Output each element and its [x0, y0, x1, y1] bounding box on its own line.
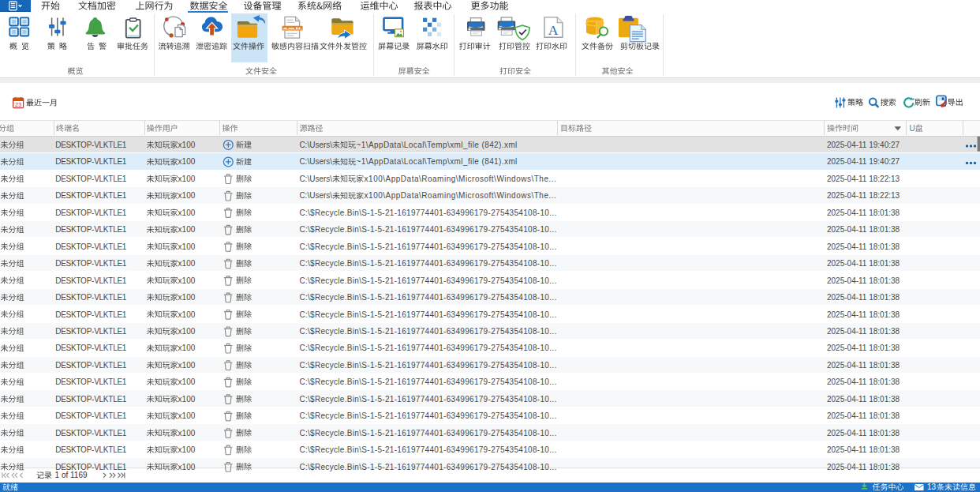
svg-text:C:\Users\: C:\Users\ [299, 141, 332, 149]
svg-text:x100: x100 [178, 242, 196, 251]
svg-text:DESKTOP-VLKTLE1: DESKTOP-VLKTLE1 [55, 429, 127, 438]
svg-text:x100: x100 [178, 344, 196, 352]
svg-text:DESKTOP-VLKTLE1: DESKTOP-VLKTLE1 [55, 327, 127, 336]
svg-text:DESKTOP-VLKTLE1: DESKTOP-VLKTLE1 [55, 259, 127, 268]
svg-text:DESKTOP-VLKTLE1: DESKTOP-VLKTLE1 [55, 225, 127, 234]
svg-text:2025-04-11 18:01:38: 2025-04-11 18:01:38 [827, 293, 900, 302]
svg-text:x100: x100 [178, 141, 196, 149]
svg-text:2025-04-11 18:01:38: 2025-04-11 18:01:38 [827, 276, 900, 285]
svg-text:x100: x100 [178, 259, 196, 268]
svg-text:U: U [910, 124, 915, 133]
svg-text:2025-04-11 19:40:27: 2025-04-11 19:40:27 [827, 141, 900, 149]
svg-text:~1\AppData\Local\Temp\xml_file: ~1\AppData\Local\Temp\xml_file (841).xml [357, 157, 518, 166]
svg-text:2025-04-11 19:40:27: 2025-04-11 19:40:27 [827, 157, 900, 166]
svg-text:DESKTOP-VLKTLE1: DESKTOP-VLKTLE1 [55, 242, 127, 251]
svg-text:C:\$Recycle.Bin\S-1-5-21-16197: C:\$Recycle.Bin\S-1-5-21-1619774401-6349… [299, 276, 556, 285]
svg-text:x100: x100 [178, 310, 196, 319]
svg-text:2025-04-11 18:01:38: 2025-04-11 18:01:38 [827, 225, 900, 234]
svg-text:x100: x100 [178, 157, 196, 166]
svg-text:2025-04-11 18:01:38: 2025-04-11 18:01:38 [827, 327, 900, 336]
svg-text:2025-04-11 18:01:38: 2025-04-11 18:01:38 [827, 344, 900, 352]
svg-text:C:\$Recycle.Bin\S-1-5-21-16197: C:\$Recycle.Bin\S-1-5-21-1619774401-6349… [299, 361, 556, 370]
svg-text:C:\$Recycle.Bin\S-1-5-21-16197: C:\$Recycle.Bin\S-1-5-21-1619774401-6349… [299, 429, 556, 438]
svg-text:DESKTOP-VLKTLE1: DESKTOP-VLKTLE1 [55, 276, 127, 285]
svg-text:x100: x100 [178, 377, 196, 386]
svg-text:C:\$Recycle.Bin\S-1-5-21-16197: C:\$Recycle.Bin\S-1-5-21-1619774401-6349… [299, 327, 556, 336]
svg-text:2025-04-11 18:01:38: 2025-04-11 18:01:38 [827, 310, 900, 319]
svg-text:C:\Users\: C:\Users\ [299, 175, 332, 183]
svg-text:DESKTOP-VLKTLE1: DESKTOP-VLKTLE1 [55, 395, 127, 404]
svg-text:x100: x100 [178, 175, 196, 183]
svg-text:2025-04-11 18:01:38: 2025-04-11 18:01:38 [827, 259, 900, 268]
svg-text:2025-04-11 18:01:38: 2025-04-11 18:01:38 [827, 377, 900, 386]
svg-text:C:\$Recycle.Bin\S-1-5-21-16197: C:\$Recycle.Bin\S-1-5-21-1619774401-6349… [299, 242, 556, 251]
svg-text:x100: x100 [178, 208, 196, 217]
svg-text:C:\$Recycle.Bin\S-1-5-21-16197: C:\$Recycle.Bin\S-1-5-21-1619774401-6349… [299, 344, 556, 352]
svg-text:DESKTOP-VLKTLE1: DESKTOP-VLKTLE1 [55, 141, 127, 149]
svg-text:C:\$Recycle.Bin\S-1-5-21-16197: C:\$Recycle.Bin\S-1-5-21-1619774401-6349… [299, 445, 556, 454]
svg-text:2025-04-11 18:01:38: 2025-04-11 18:01:38 [827, 445, 900, 454]
svg-text:C:\$Recycle.Bin\S-1-5-21-16197: C:\$Recycle.Bin\S-1-5-21-1619774401-6349… [299, 293, 556, 302]
svg-text:2025-04-11 18:22:13: 2025-04-11 18:22:13 [827, 191, 900, 200]
svg-text:1 of 1169: 1 of 1169 [55, 471, 88, 479]
svg-text:DESKTOP-VLKTLE1: DESKTOP-VLKTLE1 [55, 310, 127, 319]
svg-text:C:\$Recycle.Bin\S-1-5-21-16197: C:\$Recycle.Bin\S-1-5-21-1619774401-6349… [299, 463, 556, 471]
svg-text:x100: x100 [178, 225, 196, 234]
svg-text:x100\AppData\Roaming\Microsoft: x100\AppData\Roaming\Microsoft\Windows\T… [365, 175, 557, 183]
svg-text:DESKTOP-VLKTLE1: DESKTOP-VLKTLE1 [55, 175, 127, 183]
svg-text:x100: x100 [178, 395, 196, 404]
svg-text:C:\$Recycle.Bin\S-1-5-21-16197: C:\$Recycle.Bin\S-1-5-21-1619774401-6349… [299, 225, 556, 234]
svg-text:2025-04-11 18:01:38: 2025-04-11 18:01:38 [827, 208, 900, 217]
svg-text:DESKTOP-VLKTLE1: DESKTOP-VLKTLE1 [55, 463, 127, 471]
svg-text:C:\$Recycle.Bin\S-1-5-21-16197: C:\$Recycle.Bin\S-1-5-21-1619774401-6349… [299, 310, 556, 319]
svg-text:C:\Users\: C:\Users\ [299, 157, 332, 166]
svg-text:DESKTOP-VLKTLE1: DESKTOP-VLKTLE1 [55, 411, 127, 420]
svg-text:C:\$Recycle.Bin\S-1-5-21-16197: C:\$Recycle.Bin\S-1-5-21-1619774401-6349… [299, 395, 556, 404]
svg-text:DESKTOP-VLKTLE1: DESKTOP-VLKTLE1 [55, 344, 127, 352]
svg-text:23: 23 [15, 101, 21, 108]
svg-text:A: A [548, 22, 559, 38]
svg-text:2025-04-11 18:01:38: 2025-04-11 18:01:38 [827, 361, 900, 370]
svg-text:x100: x100 [178, 191, 196, 200]
svg-text:x100: x100 [178, 276, 196, 285]
svg-text:x100\AppData\Roaming\Microsoft: x100\AppData\Roaming\Microsoft\Windows\T… [365, 191, 557, 200]
svg-text:DESKTOP-VLKTLE1: DESKTOP-VLKTLE1 [55, 361, 127, 370]
svg-text:x100: x100 [178, 327, 196, 336]
svg-text:2025-04-11 18:01:38: 2025-04-11 18:01:38 [827, 463, 900, 471]
svg-text:x100: x100 [178, 429, 196, 438]
svg-text:C:\Users\: C:\Users\ [299, 191, 332, 200]
svg-text:x100: x100 [178, 411, 196, 420]
svg-text:DESKTOP-VLKTLE1: DESKTOP-VLKTLE1 [55, 157, 127, 166]
svg-text:DESKTOP-VLKTLE1: DESKTOP-VLKTLE1 [55, 293, 127, 302]
svg-text:x100: x100 [178, 293, 196, 302]
svg-text:x100: x100 [178, 361, 196, 370]
svg-text:2025-04-11 18:22:13: 2025-04-11 18:22:13 [827, 175, 900, 183]
svg-text:13: 13 [927, 483, 937, 491]
svg-text:x100: x100 [178, 463, 196, 471]
svg-text:~1\AppData\Local\Temp\xml_file: ~1\AppData\Local\Temp\xml_file (842).xml [357, 141, 518, 149]
svg-text:DESKTOP-VLKTLE1: DESKTOP-VLKTLE1 [55, 377, 127, 386]
svg-text:2025-04-11 18:01:38: 2025-04-11 18:01:38 [827, 411, 900, 420]
svg-text:DESKTOP-VLKTLE1: DESKTOP-VLKTLE1 [55, 191, 127, 200]
svg-text:DESKTOP-VLKTLE1: DESKTOP-VLKTLE1 [55, 445, 127, 454]
svg-text:C:\$Recycle.Bin\S-1-5-21-16197: C:\$Recycle.Bin\S-1-5-21-1619774401-6349… [299, 259, 556, 268]
svg-text:C:\$Recycle.Bin\S-1-5-21-16197: C:\$Recycle.Bin\S-1-5-21-1619774401-6349… [299, 208, 556, 217]
svg-text:DESKTOP-VLKTLE1: DESKTOP-VLKTLE1 [55, 208, 127, 217]
svg-text:x100: x100 [178, 445, 196, 454]
svg-text:C:\$Recycle.Bin\S-1-5-21-16197: C:\$Recycle.Bin\S-1-5-21-1619774401-6349… [299, 411, 556, 420]
svg-text:2025-04-11 18:01:38: 2025-04-11 18:01:38 [827, 395, 900, 404]
svg-text:2025-04-11 18:01:38: 2025-04-11 18:01:38 [827, 429, 900, 438]
svg-text:2025-04-11 18:01:38: 2025-04-11 18:01:38 [827, 242, 900, 251]
svg-text:C:\$Recycle.Bin\S-1-5-21-16197: C:\$Recycle.Bin\S-1-5-21-1619774401-6349… [299, 377, 556, 386]
